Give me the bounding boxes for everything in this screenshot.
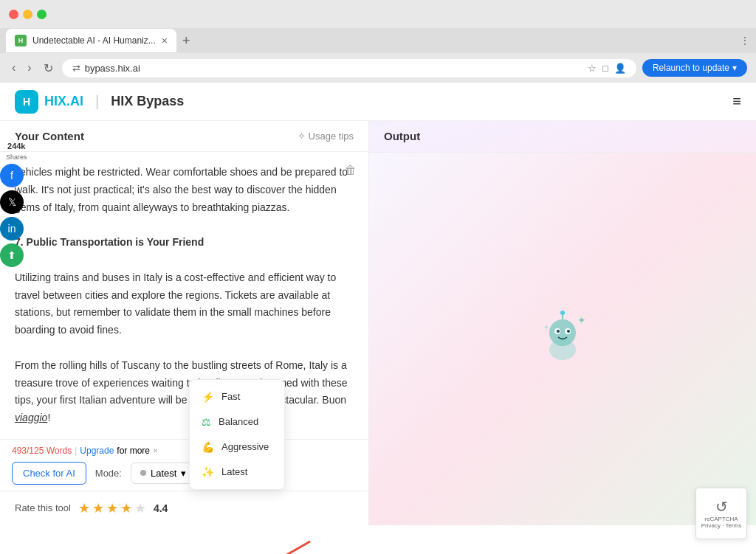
mode-dropdown[interactable]: Latest ▾ (131, 463, 196, 484)
fast-icon: ⚡ (202, 391, 214, 403)
star-4[interactable]: ★ (120, 500, 132, 516)
robot-svg: ✦ ✦ (533, 309, 592, 368)
left-panel: Your Content ✧ Usage tips 🗑 vehicles mig… (0, 121, 369, 525)
close-dot[interactable] (9, 10, 18, 19)
new-tab-button[interactable]: + (179, 33, 193, 49)
upgrade-suffix: for more (117, 446, 150, 456)
svg-text:✦: ✦ (543, 323, 549, 331)
star-1[interactable]: ★ (78, 500, 90, 516)
mode-label: Mode: (95, 468, 122, 479)
your-content-title: Your Content (15, 130, 84, 142)
mode-dropdown-menu: ⚡ Fast ⚖ Balanced 💪 Aggressive ✨ Latest (189, 379, 285, 490)
output-title: Output (384, 130, 420, 142)
star-2[interactable]: ★ (92, 500, 104, 516)
recaptcha-widget[interactable]: ↺ reCAPTCHA Privacy · Terms (695, 488, 747, 539)
logo-area: H HIX.AI | HIX Bypass (15, 90, 184, 114)
balanced-icon: ⚖ (202, 416, 211, 428)
rating-score: 4.4 (154, 502, 168, 514)
tab-favicon: H (15, 35, 27, 46)
address-bar-row: ‹ › ↻ ⇄ bypass.hix.ai ☆ □ 👤 Relaunch to … (0, 53, 756, 83)
address-icons: ☆ □ 👤 (588, 63, 626, 74)
app-container: H HIX.AI | HIX Bypass ≡ 244k Shares f 𝕏 … (0, 83, 756, 554)
dismiss-icon[interactable]: × (153, 446, 158, 456)
back-button[interactable]: ‹ (9, 58, 18, 77)
svg-point-5 (549, 319, 576, 346)
dropdown-item-fast[interactable]: ⚡ Fast (190, 384, 284, 409)
linkedin-button[interactable]: in (0, 217, 24, 240)
social-shares: Shares (0, 153, 27, 161)
browser-titlebar (0, 0, 756, 28)
tab-title: Undetectable AI - AI Humaniz... (32, 35, 156, 46)
svg-point-9 (567, 330, 570, 333)
fast-label: Fast (221, 391, 240, 402)
usage-tips-icon: ✧ (298, 131, 306, 142)
dropdown-item-balanced[interactable]: ⚖ Balanced (190, 409, 284, 434)
check-ai-label: Check for AI (23, 468, 75, 479)
forward-button[interactable]: › (24, 58, 34, 77)
extension-icon[interactable]: □ (602, 63, 608, 74)
refresh-button[interactable]: ↻ (41, 58, 56, 78)
aggressive-label: Aggressive (221, 441, 269, 452)
twitter-button[interactable]: 𝕏 (0, 190, 24, 214)
social-bar: 244k Shares f 𝕏 in ⬆ (0, 142, 27, 267)
header-menu-icon[interactable]: ≡ (732, 93, 741, 110)
left-panel-header: Your Content ✧ Usage tips (0, 121, 368, 152)
word-count: 493/125 Words (12, 446, 72, 456)
minimize-dot[interactable] (23, 10, 32, 19)
logo-icon: H (15, 90, 38, 114)
tab-close-icon[interactable]: × (162, 35, 168, 46)
content-text-area[interactable]: 🗑 vehicles might be restricted. Wear com… (0, 152, 368, 439)
svg-text:✦: ✦ (577, 314, 586, 326)
bottom-bar: 493/125 Words | Upgrade for more × Check… (0, 439, 368, 491)
dropdown-chevron: ▾ (181, 468, 186, 479)
upgrade-link[interactable]: Upgrade (80, 446, 114, 456)
tab-bar: H Undetectable AI - AI Humaniz... × + ⋮ (0, 28, 756, 53)
rate-label: Rate this tool (15, 502, 71, 513)
output-content: ✦ ✦ (369, 153, 756, 525)
word-count-bar: 493/125 Words | Upgrade for more × (12, 446, 357, 456)
robot-illustration: ✦ ✦ (533, 309, 592, 368)
logo-separator: | (95, 93, 99, 110)
bookmark-icon[interactable]: ☆ (588, 63, 597, 74)
svg-point-8 (557, 330, 560, 333)
text-content: vehicles might be restricted. Wear comfo… (15, 164, 354, 427)
relaunch-chevron: ▾ (732, 63, 737, 73)
mode-dot (140, 470, 146, 476)
dropdown-item-aggressive[interactable]: 💪 Aggressive (190, 434, 284, 460)
url-icon: ⇄ (72, 63, 80, 74)
svg-point-11 (560, 311, 565, 315)
svg-line-2 (258, 541, 310, 554)
browser-menu-button[interactable]: ⋮ (740, 35, 750, 46)
active-tab[interactable]: H Undetectable AI - AI Humaniz... × (6, 29, 176, 52)
url-text: bypass.hix.ai (85, 63, 583, 74)
star-5[interactable]: ★ (134, 500, 146, 516)
balanced-label: Balanced (219, 416, 258, 427)
relaunch-button[interactable]: Relaunch to update ▾ (642, 59, 747, 77)
output-header: Output (369, 121, 756, 153)
latest-label: Latest (221, 466, 247, 477)
delete-icon[interactable]: 🗑 (345, 164, 357, 177)
address-bar[interactable]: ⇄ bypass.hix.ai ☆ □ 👤 (62, 59, 636, 77)
logo-product: HIX Bypass (111, 94, 184, 109)
window-controls (9, 10, 47, 19)
maximize-dot[interactable] (37, 10, 47, 19)
mode-value: Latest (151, 468, 176, 479)
star-rating[interactable]: ★ ★ ★ ★ ★ (78, 500, 146, 516)
dropdown-item-latest[interactable]: ✨ Latest (190, 460, 284, 485)
word-sep: | (75, 446, 77, 456)
right-panel: Output (369, 121, 756, 525)
rate-section: Rate this tool ★ ★ ★ ★ ★ 4.4 (0, 491, 368, 525)
app-header: H HIX.AI | HIX Bypass ≡ (0, 83, 756, 121)
check-ai-button[interactable]: Check for AI (12, 462, 86, 485)
latest-icon: ✨ (202, 466, 214, 478)
logo-text: HIX.AI (44, 94, 83, 109)
panels-wrapper: 244k Shares f 𝕏 in ⬆ Your Content ✧ Usag… (0, 121, 756, 525)
relaunch-label: Relaunch to update (653, 63, 729, 73)
account-icon[interactable]: 👤 (614, 63, 626, 74)
facebook-button[interactable]: f (0, 164, 24, 187)
share-button[interactable]: ⬆ (0, 243, 24, 267)
usage-tips[interactable]: ✧ Usage tips (298, 131, 354, 142)
controls-row: Check for AI Mode: Latest ▾ ✦ Humanize (12, 462, 357, 485)
star-3[interactable]: ★ (106, 500, 118, 516)
usage-tips-label: Usage tips (309, 131, 354, 142)
